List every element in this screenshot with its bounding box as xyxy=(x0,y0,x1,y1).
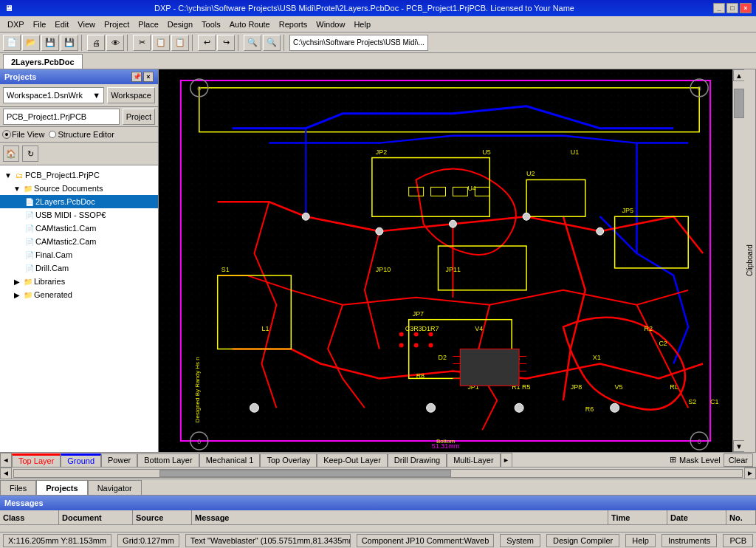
tree-file-final-label: Final.Cam xyxy=(35,250,72,259)
project-button[interactable]: Project xyxy=(123,109,155,125)
tree-file-cam1[interactable]: 📄 CAMtastic1.Cam xyxy=(0,222,158,235)
svg-text:V5: V5 xyxy=(615,383,623,391)
close-button[interactable]: × xyxy=(740,3,752,13)
bottom-tab-bar: Files Projects Navigator xyxy=(0,479,756,495)
projects-panel-title: Projects xyxy=(4,72,36,81)
h-scroll-thumb[interactable] xyxy=(159,470,450,477)
tree-source-docs[interactable]: ▼ 📁 Source Documents xyxy=(0,182,158,195)
clear-button[interactable]: Clear xyxy=(724,453,753,467)
layer-tab-drill-drawing[interactable]: Drill Drawing xyxy=(388,453,447,467)
workspace-button[interactable]: Workspace xyxy=(107,87,155,103)
tree-expand-root[interactable]: ▼ xyxy=(3,171,13,179)
layer-tab-ground[interactable]: Ground xyxy=(61,453,101,467)
file-icon-final: 📄 xyxy=(24,249,35,261)
tab-projects[interactable]: Projects xyxy=(36,480,87,495)
toolbar-copy[interactable]: 📋 xyxy=(152,35,170,51)
file-tree: ▼ 🗂 PCB_Project1.PrjPC ▼ 📁 Source Docume… xyxy=(0,165,158,452)
minimize-button[interactable]: _ xyxy=(713,3,725,13)
layer-tab-multi[interactable]: Multi-Layer xyxy=(447,453,500,467)
scroll-thumb[interactable] xyxy=(734,89,744,118)
layer-tab-mechanical[interactable]: Mechanical 1 xyxy=(199,453,261,467)
toolbar-undo[interactable]: ↩ xyxy=(198,35,216,51)
toolbar-paste[interactable]: 📋 xyxy=(171,35,189,51)
status-instruments-button[interactable]: Instruments xyxy=(662,534,717,547)
h-scroll-right-button[interactable]: ► xyxy=(744,467,756,479)
menu-tools[interactable]: Tools xyxy=(197,18,225,30)
sep5 xyxy=(284,35,286,51)
toolbar-zoom-out[interactable]: 🔍 xyxy=(263,35,281,51)
toolbar-cut[interactable]: ✂ xyxy=(133,35,151,51)
horizontal-scrollbar[interactable]: ◄ ► xyxy=(0,467,756,479)
tree-file-final[interactable]: 📄 Final.Cam xyxy=(0,248,158,261)
svg-text:0: 0 xyxy=(698,85,701,92)
status-design-compiler-button[interactable]: Design Compiler xyxy=(546,534,619,547)
h-scroll-track[interactable] xyxy=(13,469,743,478)
toolbar-save-all[interactable]: 💾 xyxy=(61,35,78,51)
status-system-button[interactable]: System xyxy=(500,534,540,547)
toolbar-redo[interactable]: ↪ xyxy=(217,35,235,51)
toolbar-print[interactable]: 🖨 xyxy=(87,35,105,51)
structure-editor-radio[interactable]: Structure Editor xyxy=(49,130,114,139)
tree-generated[interactable]: ▶ 📁 Generated xyxy=(0,288,158,301)
mask-filter-icon[interactable]: ⊞ xyxy=(670,455,676,465)
toolbar-new[interactable]: 📄 xyxy=(3,35,21,51)
maximize-button[interactable]: □ xyxy=(726,3,738,13)
toolbar-preview[interactable]: 👁 xyxy=(106,35,124,51)
panel-close-button[interactable]: × xyxy=(143,72,154,82)
tab-navigator[interactable]: Navigator xyxy=(88,480,142,495)
layer-tab-top-overlay[interactable]: Top Overlay xyxy=(260,453,317,467)
svg-text:X1: X1 xyxy=(593,354,601,361)
menu-dxp[interactable]: DXP xyxy=(3,18,29,30)
tree-expand-source[interactable]: ▼ xyxy=(12,185,22,193)
menu-project[interactable]: Project xyxy=(100,18,134,30)
scroll-up-button[interactable]: ▲ xyxy=(733,69,744,81)
status-help-button[interactable]: Help xyxy=(625,534,656,547)
toolbar-save[interactable]: 💾 xyxy=(41,35,59,51)
workspace-dropdown[interactable]: Workspace1.DsnWrk ▼ xyxy=(3,87,104,103)
menu-view[interactable]: View xyxy=(73,18,100,30)
layer-tab-top[interactable]: Top Layer xyxy=(12,453,61,467)
tree-libraries[interactable]: ▶ 📁 Libraries xyxy=(0,275,158,288)
menu-reports[interactable]: Reports xyxy=(275,18,312,30)
layer-tab-keepout[interactable]: Keep-Out Layer xyxy=(317,453,388,467)
layer-scroll-left[interactable]: ◄ xyxy=(0,453,12,467)
tree-file-cam2[interactable]: 📄 CAMtastic2.Cam xyxy=(0,235,158,248)
vertical-scrollbar[interactable]: ▲ ▼ xyxy=(732,69,744,452)
pcb-canvas-area[interactable]: 0 0 0 0 JP2 JP10 JP11 JP5 U2 JP7 S1 C3R3… xyxy=(159,69,732,452)
scroll-track[interactable] xyxy=(733,81,744,440)
svg-text:JP8: JP8 xyxy=(571,383,582,391)
h-scroll-left-button[interactable]: ◄ xyxy=(0,467,12,479)
project-dropdown[interactable]: PCB_Project1.PrjPCB xyxy=(3,109,120,125)
projects-icon-btn-2[interactable]: ↻ xyxy=(22,145,38,162)
panel-pin-button[interactable]: 📌 xyxy=(131,72,142,82)
projects-panel-header: Projects 📌 × xyxy=(0,69,158,84)
status-pcb-button[interactable]: PCB xyxy=(723,534,753,547)
layer-tab-power[interactable]: Power xyxy=(101,453,137,467)
scroll-down-button[interactable]: ▼ xyxy=(733,440,744,452)
svg-point-25 xyxy=(515,403,523,412)
menu-window[interactable]: Window xyxy=(312,18,349,30)
tree-root[interactable]: ▼ 🗂 PCB_Project1.PrjPC xyxy=(0,168,158,182)
menu-file[interactable]: File xyxy=(29,18,51,30)
menu-design[interactable]: Design xyxy=(163,18,197,30)
toolbar-open[interactable]: 📂 xyxy=(22,35,40,51)
menu-edit[interactable]: Edit xyxy=(50,18,73,30)
tree-file-usbmidi[interactable]: 📄 USB MIDI - SSOP€ xyxy=(0,208,158,222)
menu-place[interactable]: Place xyxy=(134,18,163,30)
msg-col-source: Source xyxy=(133,510,192,524)
menu-autoroute[interactable]: Auto Route xyxy=(225,18,275,30)
tree-expand-gen[interactable]: ▶ xyxy=(12,291,22,299)
tree-file-2layers[interactable]: 📄 2Layers.PcbDoc xyxy=(0,195,158,208)
tree-file-drill[interactable]: 📄 Drill.Cam xyxy=(0,261,158,275)
msg-col-class: Class xyxy=(0,510,59,524)
layer-scroll-right[interactable]: ► xyxy=(501,453,512,467)
tree-expand-libs[interactable]: ▶ xyxy=(12,278,22,286)
layer-tab-bottom[interactable]: Bottom Layer xyxy=(137,453,199,467)
menu-help[interactable]: Help xyxy=(349,18,375,30)
toolbar-zoom-in[interactable]: 🔍 xyxy=(244,35,261,51)
svg-text:JP2: JP2 xyxy=(376,148,387,156)
doc-tab-2layers[interactable]: 2Layers.PcbDoc xyxy=(3,54,83,69)
tab-files[interactable]: Files xyxy=(0,480,36,495)
file-view-radio[interactable]: File View xyxy=(3,130,44,139)
projects-icon-btn-1[interactable]: 🏠 xyxy=(3,145,19,162)
